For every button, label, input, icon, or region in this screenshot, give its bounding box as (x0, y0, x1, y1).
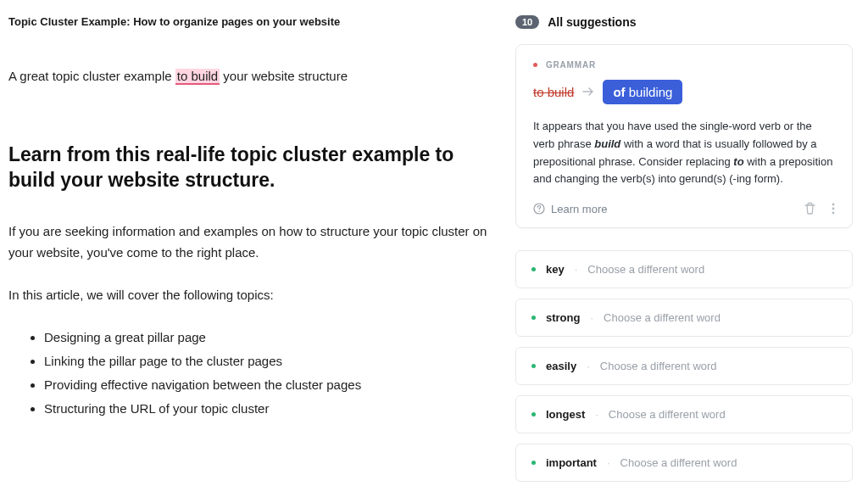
category-dot-icon (531, 364, 536, 368)
learn-more-button[interactable]: Learn more (533, 203, 607, 215)
mini-word: longest (546, 408, 585, 421)
separator-dot: · (590, 311, 593, 324)
mini-word: key (546, 263, 565, 276)
svg-point-2 (832, 204, 835, 206)
suggestions-title: All suggestions (548, 15, 636, 29)
mini-word: important (546, 456, 597, 469)
explanation-text: It appears that you have used the single… (533, 118, 835, 188)
list-item: Structuring the URL of your topic cluste… (44, 397, 492, 421)
card-category: GRAMMAR (546, 60, 596, 70)
suggestion-replace-row: to build of building (533, 80, 835, 104)
mini-hint: Choose a different word (600, 360, 717, 372)
trash-icon[interactable] (804, 202, 816, 215)
list-item: Linking the pillar page to the cluster p… (44, 349, 492, 373)
suggestion-mini-card[interactable]: key · Choose a different word (515, 250, 853, 288)
category-dot-icon (531, 316, 536, 320)
list-item: Designing a great pillar page (44, 326, 492, 349)
paragraph-1: If you are seeking information and examp… (8, 221, 492, 264)
category-dot-icon (531, 412, 536, 416)
doc-title: Topic Cluster Example: How to organize p… (8, 15, 492, 28)
replacement-button[interactable]: of building (603, 80, 682, 104)
card-category-row: GRAMMAR (533, 60, 835, 70)
mini-hint: Choose a different word (587, 263, 704, 276)
original-text: to build (533, 85, 574, 99)
suggestion-card: GRAMMAR to build of building It appears … (515, 44, 853, 228)
arrow-right-icon (582, 86, 594, 99)
separator-dot: · (575, 263, 578, 276)
article-heading: Learn from this real-life topic cluster … (8, 143, 492, 193)
mini-hint: Choose a different word (604, 311, 721, 324)
suggestion-mini-card[interactable]: longest · Choose a different word (515, 395, 853, 433)
suggestions-sidebar: 10 All suggestions GRAMMAR to build of b… (500, 0, 868, 503)
mini-hint: Choose a different word (620, 456, 737, 469)
paragraph-2: In this article, we will cover the follo… (8, 284, 492, 306)
more-vertical-icon[interactable] (832, 202, 835, 215)
question-circle-icon (533, 203, 545, 215)
suggestion-mini-card[interactable]: easily · Choose a different word (515, 347, 853, 385)
card-actions (804, 202, 835, 215)
intro-suffix: your website structure (220, 69, 348, 83)
suggestion-mini-card[interactable]: strong · Choose a different word (515, 299, 853, 337)
separator-dot: · (587, 360, 590, 372)
suggestion-mini-card[interactable]: important · Choose a different word (515, 444, 853, 482)
category-dot-icon (531, 267, 536, 271)
highlighted-phrase[interactable]: to build (175, 69, 220, 85)
mini-hint: Choose a different word (609, 408, 726, 421)
mini-word: easily (546, 360, 576, 372)
category-dot-icon (533, 63, 537, 67)
mini-word: strong (546, 311, 580, 324)
list-item: Providing effective navigation between t… (44, 373, 492, 397)
suggestions-header: 10 All suggestions (515, 15, 853, 29)
svg-point-3 (832, 208, 835, 210)
editor-pane: Topic Cluster Example: How to organize p… (0, 0, 500, 503)
separator-dot: · (595, 408, 598, 421)
category-dot-icon (531, 461, 536, 465)
intro-line: A great topic cluster example to build y… (8, 69, 492, 83)
suggestions-count-badge: 10 (515, 15, 539, 29)
bullet-list: Designing a great pillar page Linking th… (8, 326, 492, 420)
learn-more-label: Learn more (551, 203, 607, 215)
card-footer: Learn more (533, 202, 835, 215)
svg-point-4 (832, 212, 835, 215)
separator-dot: · (607, 456, 610, 469)
svg-point-1 (538, 211, 539, 212)
intro-prefix: A great topic cluster example (8, 69, 175, 83)
